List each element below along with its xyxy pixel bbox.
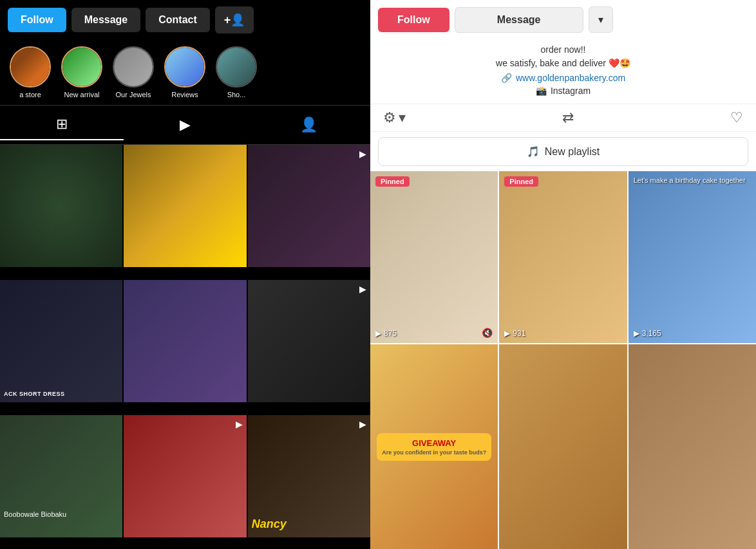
story-label: a store xyxy=(19,91,41,98)
follow-button[interactable]: Follow xyxy=(8,8,66,32)
instagram-icon: 📸 xyxy=(536,86,547,96)
play-icon: ▶ xyxy=(375,329,381,338)
play-icon: ▶ xyxy=(504,329,510,338)
photo-grid: ▶ ACK SHORT DRESS ▶ Boobowale Biobaku ▶ … xyxy=(0,145,370,549)
video-cell-3[interactable]: Let's make a birthday cake together ▶ 3,… xyxy=(628,171,756,343)
heart-icon: ♡ xyxy=(730,109,743,126)
tab-grid[interactable]: ⊞ xyxy=(0,109,124,140)
story-label: Our Jewels xyxy=(115,91,151,98)
grid-cell-1[interactable] xyxy=(0,145,122,267)
story-label: Sho... xyxy=(227,91,246,98)
retweet-button[interactable]: ⇄ xyxy=(562,109,574,126)
mute-icon: 🔇 xyxy=(482,328,493,338)
video-indicator-icon: ▶ xyxy=(359,149,366,159)
view-count: 3,165 xyxy=(642,329,661,338)
story-label: Reviews xyxy=(171,91,198,98)
story-item[interactable]: a store xyxy=(8,46,53,98)
video-grid: Pinned ▶ 875 🔇 Pinned ▶ 931 Let's make a… xyxy=(370,171,756,549)
video-indicator-icon: ▶ xyxy=(236,419,243,429)
pinned-badge: Pinned xyxy=(375,176,410,187)
message-right-button[interactable]: Message xyxy=(455,7,583,33)
video-cell-4[interactable]: GIVEAWAY Are you confident in your taste… xyxy=(370,344,498,549)
playlist-icon: 🎵 xyxy=(527,145,540,158)
story-item[interactable]: Our Jewels xyxy=(111,46,156,98)
dropdown-button[interactable]: ▾ xyxy=(589,6,613,33)
tab-bar: ⊞ ▶ 👤 xyxy=(0,105,370,145)
video-icon: ▶ xyxy=(180,116,191,133)
action-row: ⚙ ▾ ⇄ ♡ xyxy=(370,104,756,132)
grid-cell-9[interactable]: Nancy ▶ xyxy=(248,415,370,537)
story-item[interactable]: Reviews xyxy=(162,46,207,98)
message-button[interactable]: Message xyxy=(71,8,141,32)
retweet-icon: ⇄ xyxy=(562,109,574,126)
view-count: 875 xyxy=(384,329,397,338)
filter-label: ▾ xyxy=(399,109,406,126)
contact-button[interactable]: Contact xyxy=(146,8,210,32)
video-indicator-icon: ▶ xyxy=(359,284,366,294)
video-cell-1[interactable]: Pinned ▶ 875 🔇 xyxy=(370,171,498,343)
new-playlist-button[interactable]: 🎵 New playlist xyxy=(378,137,748,166)
tab-tagged[interactable]: 👤 xyxy=(247,109,370,140)
link-icon: 🔗 xyxy=(501,73,512,83)
grid-icon: ⊞ xyxy=(56,116,68,133)
left-panel: Follow Message Contact +👤 a store New ar… xyxy=(0,0,370,549)
video-stats: ▶ 3,165 xyxy=(634,329,661,338)
grid-cell-6[interactable]: ▶ xyxy=(248,280,370,402)
story-item[interactable]: Sho... xyxy=(214,46,259,98)
heart-button[interactable]: ♡ xyxy=(730,109,743,126)
filter-button[interactable]: ⚙ ▾ xyxy=(383,109,406,126)
video-cell-5[interactable] xyxy=(499,344,627,549)
website-text: www.goldenpanbakery.com xyxy=(516,73,625,83)
grid-cell-3[interactable]: ▶ xyxy=(248,145,370,267)
new-playlist-label: New playlist xyxy=(545,146,600,158)
grid-cell-2[interactable] xyxy=(124,145,246,267)
instagram-text: Instagram xyxy=(551,86,591,96)
video-indicator-icon: ▶ xyxy=(359,419,366,429)
video-stats: ▶ 931 xyxy=(504,329,525,338)
follow-pink-button[interactable]: Follow xyxy=(378,8,449,32)
video-cell-6[interactable] xyxy=(628,344,756,549)
grid-cell-7[interactable]: Boobowale Biobaku xyxy=(0,415,122,537)
tab-video[interactable]: ▶ xyxy=(124,109,247,140)
story-label: New arrival xyxy=(64,91,99,98)
video-stats: ▶ 875 xyxy=(375,329,397,338)
person-icon: 👤 xyxy=(300,116,317,133)
bio-link[interactable]: 🔗 www.goldenpanbakery.com xyxy=(381,73,746,83)
stories-row: a store New arrival Our Jewels Reviews S… xyxy=(0,40,370,105)
bio-section: order now!! we satisfy, bake and deliver… xyxy=(370,39,756,104)
profile-actions: Follow Message ▾ xyxy=(370,0,756,39)
bio-line-2: we satisfy, bake and deliver ❤️🤩 xyxy=(381,57,746,70)
video-cell-2[interactable]: Pinned ▶ 931 xyxy=(499,171,627,343)
video-overlay-text: Let's make a birthday cake together xyxy=(634,176,751,184)
add-user-button[interactable]: +👤 xyxy=(215,6,254,33)
bio-line-1: order now!! xyxy=(381,43,746,57)
grid-cell-4[interactable]: ACK SHORT DRESS xyxy=(0,280,122,402)
cell-person-label: Boobowale Biobaku xyxy=(4,510,66,518)
grid-cell-5[interactable] xyxy=(124,280,246,402)
view-count: 931 xyxy=(513,329,525,338)
cell-title-label: Nancy xyxy=(252,517,287,531)
pinned-badge: Pinned xyxy=(504,176,538,187)
right-panel: Follow Message ▾ order now!! we satisfy,… xyxy=(370,0,756,549)
cell-label: ACK SHORT DRESS xyxy=(4,391,65,397)
grid-cell-8[interactable]: ▶ xyxy=(124,415,246,537)
story-item[interactable]: New arrival xyxy=(59,46,104,98)
play-icon: ▶ xyxy=(634,329,639,338)
filter-icon: ⚙ xyxy=(383,109,396,126)
bio-instagram[interactable]: 📸 Instagram xyxy=(381,86,746,96)
action-buttons: Follow Message Contact +👤 xyxy=(0,0,370,40)
